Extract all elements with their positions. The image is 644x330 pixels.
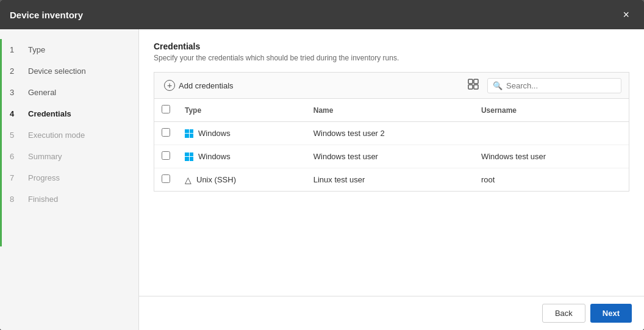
- sidebar-label-type: Type: [28, 45, 45, 54]
- sidebar-item-execution-mode[interactable]: 5 Execution mode: [0, 124, 138, 146]
- sidebar-item-type[interactable]: 1 Type: [0, 39, 138, 60]
- col-checkbox: [154, 99, 177, 122]
- row-username-cell: Windows test user: [474, 145, 629, 168]
- sidebar-label-finished: Finished: [28, 195, 58, 204]
- sidebar-label-credentials: Credentials: [28, 109, 71, 118]
- sidebar: 1 Type 2 Device selection 3 General 4 Cr…: [0, 29, 139, 330]
- row-checkbox-cell: [154, 168, 177, 192]
- row-checkbox-0[interactable]: [162, 128, 170, 137]
- sidebar-item-device-selection[interactable]: 2 Device selection: [0, 60, 138, 82]
- sidebar-item-credentials[interactable]: 4 Credentials: [0, 103, 138, 124]
- table-row: WindowsWindows test userWindows test use…: [154, 145, 629, 168]
- table-header-row: Type Name Username: [154, 99, 629, 122]
- content-inner: Credentials Specify your the credentials…: [139, 29, 644, 296]
- active-indicator: [0, 103, 2, 124]
- type-cell-content: Windows: [185, 152, 299, 161]
- section-subtitle: Specify your the credentials which shoul…: [154, 54, 629, 62]
- main-content: Credentials Specify your the credentials…: [139, 29, 644, 330]
- col-type: Type: [177, 99, 306, 122]
- row-name-cell: Windows test user 2: [306, 122, 474, 145]
- grid-view-button[interactable]: [464, 77, 482, 93]
- close-button[interactable]: ×: [618, 7, 634, 23]
- table-row: WindowsWindows test user 2: [154, 122, 629, 145]
- step-num-5: 5: [10, 131, 22, 140]
- step-num-2: 2: [10, 66, 22, 76]
- sidebar-item-summary[interactable]: 6 Summary: [0, 146, 138, 167]
- row-type-cell: Windows: [177, 122, 306, 145]
- sidebar-item-general[interactable]: 3 General: [0, 82, 138, 103]
- step-num-6: 6: [10, 152, 22, 161]
- add-credentials-button[interactable]: + Add credentials: [162, 79, 236, 92]
- row-type-cell: Windows: [177, 145, 306, 168]
- row-username-cell: root: [474, 168, 629, 192]
- add-credentials-label: Add credentials: [179, 81, 234, 90]
- step-num-8: 8: [10, 195, 22, 204]
- back-button[interactable]: Back: [542, 304, 585, 323]
- device-inventory-modal: Device inventory × 1 Type 2 Device selec…: [0, 0, 644, 330]
- toolbar-right: 🔍: [464, 77, 621, 93]
- table-body: WindowsWindows test user 2WindowsWindows…: [154, 122, 629, 192]
- svg-rect-0: [468, 79, 473, 84]
- search-input[interactable]: [506, 81, 616, 90]
- modal-footer: Back Next: [139, 296, 644, 330]
- sidebar-label-execution-mode: Execution mode: [28, 131, 85, 140]
- next-button[interactable]: Next: [590, 304, 632, 323]
- sidebar-item-progress[interactable]: 7 Progress: [0, 167, 138, 188]
- type-label: Windows: [198, 152, 231, 161]
- windows-icon: [185, 152, 193, 161]
- svg-rect-3: [474, 85, 478, 89]
- sidebar-label-general: General: [28, 88, 56, 97]
- sidebar-label-summary: Summary: [28, 152, 62, 161]
- type-cell-content: △Unix (SSH): [185, 175, 299, 184]
- row-checkbox-1[interactable]: [162, 151, 170, 160]
- step-num-3: 3: [10, 88, 22, 97]
- windows-icon: [185, 129, 193, 138]
- row-name-cell: Windows test user: [306, 145, 474, 168]
- svg-rect-1: [474, 79, 478, 84]
- sidebar-item-finished[interactable]: 8 Finished: [0, 188, 138, 210]
- table-row: △Unix (SSH)Linux test userroot: [154, 168, 629, 192]
- row-checkbox-2[interactable]: [162, 174, 170, 183]
- search-icon: 🔍: [493, 81, 503, 90]
- col-name: Name: [306, 99, 474, 122]
- row-checkbox-cell: [154, 122, 177, 145]
- select-all-checkbox[interactable]: [162, 105, 170, 113]
- modal-body: 1 Type 2 Device selection 3 General 4 Cr…: [0, 29, 644, 330]
- modal-header: Device inventory ×: [0, 0, 644, 29]
- row-username-cell: [474, 122, 629, 145]
- type-cell-content: Windows: [185, 129, 299, 138]
- step-num-1: 1: [10, 45, 22, 54]
- svg-rect-2: [468, 85, 473, 89]
- row-checkbox-cell: [154, 145, 177, 168]
- col-username: Username: [474, 99, 629, 122]
- step-num-4: 4: [10, 109, 22, 118]
- row-type-cell: △Unix (SSH): [177, 168, 306, 192]
- type-label: Unix (SSH): [196, 175, 236, 184]
- unix-icon: △: [185, 176, 191, 184]
- section-title: Credentials: [154, 41, 629, 51]
- plus-icon: +: [164, 80, 175, 91]
- type-label: Windows: [198, 129, 231, 138]
- modal-title: Device inventory: [10, 10, 83, 20]
- row-name-cell: Linux test user: [306, 168, 474, 192]
- credentials-toolbar: + Add credentials: [154, 72, 629, 98]
- step-num-7: 7: [10, 173, 22, 182]
- grid-icon: [468, 79, 479, 90]
- sidebar-label-progress: Progress: [28, 173, 60, 182]
- credentials-table: Type Name Username WindowsWindows test u…: [154, 99, 629, 191]
- sidebar-label-device-selection: Device selection: [28, 66, 86, 76]
- search-box: 🔍: [487, 78, 621, 93]
- credentials-table-wrapper: Type Name Username WindowsWindows test u…: [154, 98, 629, 192]
